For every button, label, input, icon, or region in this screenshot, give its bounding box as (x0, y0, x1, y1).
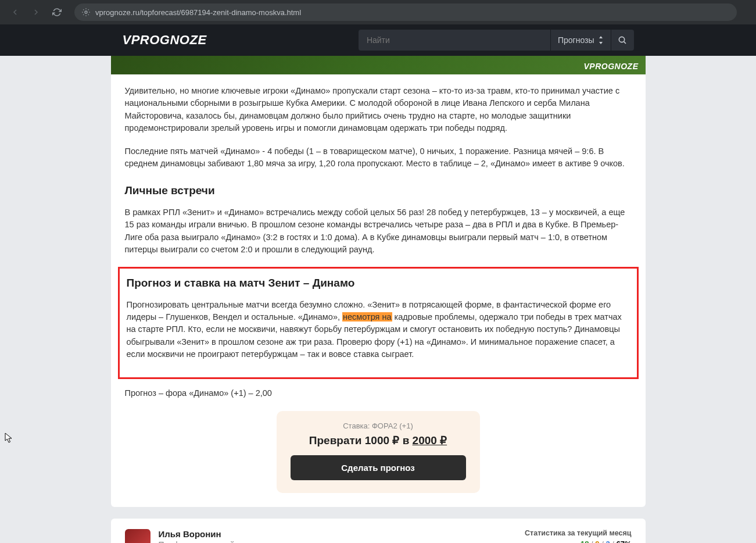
back-button[interactable] (7, 4, 23, 20)
author-card: Илья Воронин Профессиональный прогнозист… (111, 519, 646, 543)
image-watermark: VPROGNOZE (584, 62, 639, 71)
forward-button[interactable] (28, 4, 44, 20)
article-paragraph: В рамках РПЛ «Зенит» и «Динамо» встречал… (125, 206, 632, 256)
bet-amount-result[interactable]: 2000 ₽ (413, 434, 447, 446)
bet-label: Ставка: ФОРА2 (+1) (291, 421, 466, 430)
bet-amount: Преврати 1000 ₽ в 2000 ₽ (291, 434, 466, 447)
stats-numbers: 18 / 9 / 3 / 67% (525, 540, 631, 543)
address-bar[interactable]: vprognoze.ru/topforecast/6987194-zenit-d… (74, 3, 737, 21)
url-text: vprognoze.ru/topforecast/6987194-zenit-d… (95, 8, 301, 17)
reload-button[interactable] (49, 4, 65, 20)
highlighted-text: несмотря на (342, 312, 392, 321)
svg-point-0 (85, 11, 87, 13)
svg-point-1 (619, 37, 624, 42)
site-header: VPROGNOZE Прогнозы (0, 24, 756, 56)
section-heading-h2h: Личные встречи (125, 184, 632, 197)
search-filter-select[interactable]: Прогнозы (550, 30, 611, 51)
filter-label: Прогнозы (558, 35, 594, 45)
search-button[interactable] (611, 30, 634, 51)
highlighted-section: Прогноз и ставка на матч Зенит – Динамо … (118, 267, 639, 379)
cursor-icon (5, 433, 13, 443)
article-card: VPROGNOZE Удивительно, но многие ключевы… (111, 56, 646, 507)
forecast-line: Прогноз – фора «Динамо» (+1) – 2,00 (125, 387, 632, 399)
search-input[interactable] (359, 30, 550, 51)
author-avatar[interactable] (125, 529, 151, 543)
search-icon (618, 35, 627, 45)
site-settings-icon (81, 8, 91, 17)
search-area: Прогнозы (359, 30, 634, 51)
author-role: Профессиональный прогнозист (159, 540, 517, 543)
article-paragraph: Последние пять матчей «Динамо» - 4 побед… (125, 145, 632, 170)
select-chevron-icon (598, 36, 604, 44)
site-logo[interactable]: VPROGNOZE (123, 33, 207, 48)
browser-toolbar: vprognoze.ru/topforecast/6987194-zenit-d… (0, 0, 756, 24)
bet-cta-box: Ставка: ФОРА2 (+1) Преврати 1000 ₽ в 200… (277, 411, 480, 493)
stats-label: Статистика за текущий месяц (525, 529, 631, 537)
make-forecast-button[interactable]: Сделать прогноз (291, 455, 466, 480)
author-name[interactable]: Илья Воронин (159, 529, 517, 539)
article-paragraph: Прогнозировать центральные матчи всегда … (127, 299, 630, 361)
article-paragraph: Удивительно, но многие ключевые игроки «… (125, 85, 632, 135)
article-hero-image: VPROGNOZE (111, 56, 646, 74)
section-heading-forecast: Прогноз и ставка на матч Зенит – Динамо (127, 277, 630, 290)
